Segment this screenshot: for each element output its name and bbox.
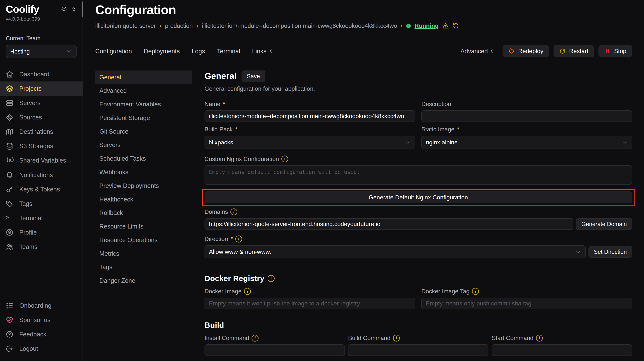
breadcrumb-project[interactable]: illicitonion quote server [95,22,156,29]
sidebar-item-sources[interactable]: Sources [0,110,82,125]
sidebar-scrollbar-thumb[interactable] [82,1,82,17]
subnav-preview-deployments[interactable]: Preview Deployments [95,179,192,193]
tab-configuration[interactable]: Configuration [95,48,132,55]
domains-input[interactable] [204,218,573,230]
sidebar-item-keys-tokens[interactable]: Keys & Tokens [0,182,82,197]
section-title: General [204,71,237,81]
sidebar-item-profile[interactable]: Profile [0,225,82,240]
docker-registry-title: Docker Registry [204,274,264,283]
name-input[interactable] [204,110,415,122]
build-command-input[interactable] [348,344,488,356]
static-image-select[interactable]: nginx:alpine [421,136,632,149]
docker-image-tag-input[interactable] [421,298,632,309]
theme-switcher-chevrons-icon[interactable] [71,6,77,13]
breadcrumb-application[interactable]: illicitestonion/-module--decomposition:m… [202,22,397,29]
restart-button[interactable]: Restart [554,45,594,57]
subnav-general[interactable]: General [95,71,192,84]
info-icon[interactable]: i [282,156,288,162]
app-logo: Coolify [6,3,39,15]
subnav-resource-limits[interactable]: Resource Limits [95,220,192,233]
redeploy-icon [508,48,515,55]
subnav-git-source[interactable]: Git Source [95,125,192,138]
subnav-servers[interactable]: Servers [95,138,192,152]
description-input[interactable] [421,110,632,122]
sidebar-item-dashboard[interactable]: Dashboard [0,67,82,82]
subnav-rollback[interactable]: Rollback [95,206,192,220]
save-button[interactable]: Save [242,71,265,82]
sidebar-item-sponsor-us[interactable]: Sponsor us [0,313,82,327]
advanced-dropdown[interactable]: Advanced [460,48,495,55]
sidebar-item-logout[interactable]: Logout [0,341,82,356]
chevrons-up-down-icon [490,48,495,54]
sidebar-item-terminal[interactable]: >_ Terminal [0,211,82,225]
tab-links[interactable]: Links [252,48,274,55]
git-source-icon [6,114,14,121]
redeploy-button[interactable]: Redeploy [502,45,549,57]
custom-nginx-textarea[interactable] [204,165,632,185]
sidebar-item-shared-variables[interactable]: (x) Shared Variables [0,153,82,168]
info-icon[interactable]: i [230,208,237,215]
refresh-icon[interactable] [452,23,459,29]
sidebar: Coolify v4.0.0-beta.399 Current Team Hos… [0,0,83,361]
chevrons-up-down-icon [268,48,274,54]
sidebar-item-servers[interactable]: Servers [0,96,82,110]
tab-terminal[interactable]: Terminal [217,48,240,55]
sidebar-item-label: Feedback [19,331,46,338]
framework-docs-link[interactable]: Framework Specific Docs [354,360,416,361]
info-icon[interactable]: i [252,335,258,341]
subnav-environment-variables[interactable]: Environment Variables [95,98,192,111]
sidebar-item-projects[interactable]: Projects [0,82,82,96]
set-direction-button[interactable]: Set Direction [588,246,632,258]
app-version: v4.0.0-beta.399 [6,16,77,22]
layers-icon [6,85,14,92]
generate-domain-button[interactable]: Generate Domain [576,218,632,230]
sidebar-item-s3-storages[interactable]: S3 Storages [0,139,82,153]
docker-image-input[interactable] [204,298,415,309]
info-icon[interactable]: i [472,288,479,295]
subnav-persistent-storage[interactable]: Persistent Storage [95,111,192,125]
info-icon[interactable]: i [235,235,242,242]
tab-logs[interactable]: Logs [192,48,205,55]
stop-button[interactable]: Stop [598,45,632,57]
start-command-input[interactable] [492,344,632,356]
tab-deployments[interactable]: Deployments [144,48,180,55]
user-circle-icon [6,228,14,236]
info-icon[interactable]: i [268,275,274,282]
sidebar-item-label: Keys & Tokens [19,186,60,193]
sidebar-item-notifications[interactable]: Notifications [0,168,82,182]
subnav-webhooks[interactable]: Webhooks [95,165,192,179]
info-icon[interactable]: i [536,335,543,341]
docker-image-tag-label: Docker Image Tagi [421,288,632,295]
build-pack-select[interactable]: Nixpacks [204,136,415,149]
status-running-link[interactable]: Running [414,22,439,29]
subnav-metrics[interactable]: Metrics [95,247,192,260]
page-title: Configuration [95,3,632,17]
theme-sun-icon[interactable] [60,6,68,13]
nixpacks-note: Nixpacks will detect the required config… [204,360,632,361]
info-icon[interactable]: i [244,288,251,295]
breadcrumb-separator: › [160,23,161,29]
info-icon[interactable]: i [393,335,400,341]
direction-select[interactable]: Allow www & non-www. [204,245,586,258]
sidebar-item-label: Onboarding [19,302,51,309]
sidebar-item-teams[interactable]: Teams [0,240,82,254]
install-command-input[interactable] [204,344,345,356]
subnav-scheduled-tasks[interactable]: Scheduled Tasks [95,152,192,165]
generate-default-nginx-button[interactable]: Generate Default Nginx Configuration [204,191,632,203]
sidebar-item-destinations[interactable]: Destinations [0,125,82,139]
subnav-resource-operations[interactable]: Resource Operations [95,233,192,247]
breadcrumb-environment[interactable]: production [165,22,193,29]
map-icon [6,128,14,136]
build-pack-label: Build Pack* [204,126,415,133]
team-select-value: Hosting [10,48,30,55]
subnav-healthcheck[interactable]: Healthcheck [95,193,192,206]
team-select[interactable]: Hosting [6,45,77,58]
sidebar-item-onboarding[interactable]: Onboarding [0,298,82,313]
subnav-tags[interactable]: Tags [95,260,192,274]
current-team-label: Current Team [6,35,77,42]
restart-icon [559,48,566,55]
sidebar-item-feedback[interactable]: Feedback [0,327,82,341]
subnav-danger-zone[interactable]: Danger Zone [95,274,192,287]
subnav-advanced[interactable]: Advanced [95,84,192,98]
sidebar-item-tags[interactable]: Tags [0,197,82,211]
